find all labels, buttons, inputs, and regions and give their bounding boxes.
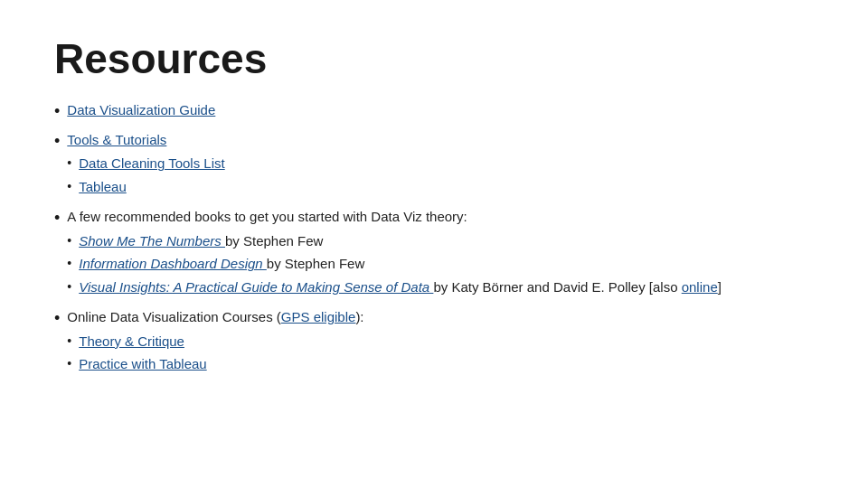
list-item-info-dashboard: • Information Dashboard Design by Stephe… xyxy=(67,254,722,275)
tableau-link[interactable]: Tableau xyxy=(79,179,127,194)
visual-insights-link[interactable]: Visual Insights: A Practical Guide to Ma… xyxy=(79,279,433,295)
practice-tableau-content: Practice with Tableau xyxy=(79,354,206,375)
online-courses-content: Online Data Visualization Courses (GPS e… xyxy=(67,307,363,378)
books-intro-text: A few recommended books to get you start… xyxy=(67,209,467,224)
show-me-numbers-author: by Stephen Few xyxy=(225,233,323,249)
tools-tutorials-link[interactable]: Tools & Tutorials xyxy=(67,132,166,147)
bullet-3: • xyxy=(54,207,60,230)
books-content: A few recommended books to get you start… xyxy=(67,207,722,300)
tools-sublist: • Data Cleaning Tools List • Tableau xyxy=(67,154,224,197)
page-container: Resources • Data Visualization Guide • T… xyxy=(0,0,868,412)
data-viz-guide-link[interactable]: Data Visualization Guide xyxy=(67,102,215,117)
show-me-numbers-content: Show Me The Numbers by Stephen Few xyxy=(79,231,323,252)
list-item-tools-tutorials: • Tools & Tutorials • Data Cleaning Tool… xyxy=(54,130,814,201)
list-item-show-me-numbers: • Show Me The Numbers by Stephen Few xyxy=(67,231,722,252)
show-me-numbers-link[interactable]: Show Me The Numbers xyxy=(79,233,225,249)
visual-insights-author: by Katy Börner and David E. Polley [also xyxy=(433,279,681,295)
resources-list: • Data Visualization Guide • Tools & Tut… xyxy=(54,100,814,378)
bullet-1: • xyxy=(54,100,60,123)
visual-insights-content: Visual Insights: A Practical Guide to Ma… xyxy=(79,277,722,298)
list-item-tableau: • Tableau xyxy=(67,177,224,198)
bullet-4-1: • xyxy=(67,332,71,351)
info-dashboard-author: by Stephen Few xyxy=(267,256,364,271)
bullet-2-2: • xyxy=(67,177,71,196)
bullet-2-1: • xyxy=(67,154,71,173)
data-cleaning-content: Data Cleaning Tools List xyxy=(79,154,224,174)
list-item-books: • A few recommended books to get you sta… xyxy=(54,207,814,300)
list-item-theory-critique: • Theory & Critique xyxy=(67,332,363,352)
bullet-3-3: • xyxy=(67,277,71,296)
theory-critique-content: Theory & Critique xyxy=(79,332,184,352)
theory-critique-link[interactable]: Theory & Critique xyxy=(79,333,184,349)
list-item-data-cleaning: • Data Cleaning Tools List xyxy=(67,154,224,174)
tools-tutorials-content: Tools & Tutorials • Data Cleaning Tools … xyxy=(67,130,224,201)
online-courses-text-before: Online Data Visualization Courses ( xyxy=(67,309,281,324)
bullet-3-1: • xyxy=(67,231,71,250)
list-item-online-courses: • Online Data Visualization Courses (GPS… xyxy=(54,307,814,378)
data-cleaning-link[interactable]: Data Cleaning Tools List xyxy=(79,155,224,171)
visual-insights-bracket-close: ] xyxy=(718,279,722,295)
bullet-4-2: • xyxy=(67,354,71,373)
online-courses-text-middle: ): xyxy=(355,309,363,324)
info-dashboard-content: Information Dashboard Design by Stephen … xyxy=(79,254,364,275)
bullet-3-2: • xyxy=(67,254,71,273)
page-title: Resources xyxy=(54,36,814,82)
visual-insights-online-link[interactable]: online xyxy=(682,279,718,295)
tableau-content: Tableau xyxy=(79,177,127,198)
list-item-visual-insights: • Visual Insights: A Practical Guide to … xyxy=(67,277,722,298)
bullet-4: • xyxy=(54,307,60,330)
books-sublist: • Show Me The Numbers by Stephen Few • I… xyxy=(67,231,722,298)
info-dashboard-link[interactable]: Information Dashboard Design xyxy=(79,256,267,271)
courses-sublist: • Theory & Critique • Practice with Tabl… xyxy=(67,332,363,375)
list-item-practice-tableau: • Practice with Tableau xyxy=(67,354,363,375)
data-viz-guide-content: Data Visualization Guide xyxy=(67,100,215,121)
practice-tableau-link[interactable]: Practice with Tableau xyxy=(79,356,206,371)
bullet-2: • xyxy=(54,130,60,153)
list-item-data-viz-guide: • Data Visualization Guide xyxy=(54,100,814,123)
gps-eligible-link[interactable]: GPS eligible xyxy=(281,309,356,324)
